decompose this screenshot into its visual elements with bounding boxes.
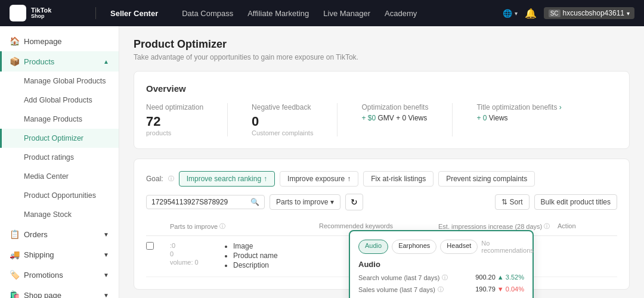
sidebar-item-homepage[interactable]: 🏠 Homepage (0, 31, 119, 51)
col-header-check (146, 222, 170, 231)
sidebar-label-orders: Orders (24, 230, 48, 239)
bulk-edit-button[interactable]: Bulk edit product titles (534, 194, 617, 210)
search-vol-info-icon[interactable]: ⓘ (442, 274, 448, 282)
sidebar-item-products[interactable]: 📦 Products ▲ (0, 51, 119, 72)
sidebar-label-product-ratings: Product ratings (24, 153, 74, 162)
keyword-title: Audio (358, 260, 524, 269)
parts-info-icon[interactable]: ⓘ (219, 222, 225, 231)
optimization-benefits-metric: Optimization benefits + $0 GMV + 0 Views (361, 103, 428, 136)
title-opt-views: + 0 (476, 114, 487, 122)
home-icon: 🏠 (10, 36, 19, 46)
sidebar-label-shipping: Shipping (24, 250, 54, 259)
sidebar-label-products: Products (24, 57, 54, 66)
title-opt-link[interactable]: › (559, 103, 562, 111)
shipping-chevron-icon: ▼ (103, 252, 109, 258)
app-layout: 🏠 Homepage 📦 Products ▲ Manage Global Pr… (0, 26, 644, 298)
sidebar-label-homepage: Homepage (24, 37, 62, 46)
negative-feedback-label: Negative feedback (252, 103, 313, 111)
nav-academy[interactable]: Academy (385, 9, 417, 18)
products-submenu: Manage Global Products Add Global Produc… (0, 72, 119, 224)
sales-volume-label: Sales volume (last 7 days) ⓘ (358, 285, 444, 294)
overview-divider-2 (337, 103, 338, 136)
optimization-benefits-gmv-label: GMV (377, 114, 394, 122)
sidebar-label-promotions: Promotions (24, 271, 63, 280)
shipping-icon: 🚚 (10, 250, 19, 259)
sidebar-label-media-center: Media Center (24, 172, 69, 181)
parts-to-improve-select[interactable]: Parts to improve ▾ (270, 194, 340, 210)
impressions-info-icon[interactable]: ⓘ (544, 222, 550, 231)
col-header-impressions: Est. impressions increase (28 days) ⓘ (438, 222, 558, 231)
kw-tag-headset[interactable]: Headset (440, 240, 478, 254)
negative-feedback-value: 0 (252, 114, 313, 129)
sort-label: Sort (510, 198, 523, 206)
orders-icon: 📋 (10, 229, 19, 239)
goal-info-icon[interactable]: ⓘ (168, 175, 174, 183)
row-checkbox[interactable] (146, 242, 154, 250)
sort-button[interactable]: ⇅ Sort (495, 194, 530, 210)
goal-label: Goal: (146, 175, 163, 183)
sidebar-item-product-opportunities[interactable]: Product Opportunities (0, 186, 119, 205)
nav-affiliate-marketing[interactable]: Affiliate Marketing (247, 9, 309, 18)
row-parts-cell: Image Product name Description (224, 242, 319, 271)
search-volume-row: Search volume (last 7 days) ⓘ 900.20 ▲ 3… (358, 274, 524, 282)
sidebar-label-product-optimizer: Product Optimizer (24, 134, 83, 142)
col-header-action: Action (558, 222, 617, 231)
main-content: Product Optimizer Take advantage of your… (119, 26, 644, 298)
kw-tag-earphones[interactable]: Earphones (392, 240, 436, 254)
search-box[interactable]: 🔍 (146, 195, 265, 209)
page-title: Product Optimizer (134, 38, 630, 51)
parts-list: Image Product name Description (224, 242, 319, 269)
sidebar-label-manage-products: Manage Products (24, 115, 82, 123)
kw-tag-audio[interactable]: Audio (358, 240, 388, 254)
page-subtitle: Take advantage of your opportunities to … (134, 53, 630, 61)
goal-tab-prevent-sizing-label: Prevent sizing complaints (446, 175, 527, 183)
tiktok-logo-icon (10, 5, 26, 21)
seller-center-label: Seller Center (110, 9, 158, 18)
need-optimization-value: 72 (146, 114, 203, 129)
sidebar: 🏠 Homepage 📦 Products ▲ Manage Global Pr… (0, 26, 119, 298)
sidebar-item-manage-products[interactable]: Manage Products (0, 110, 119, 129)
part-item-description: Description (233, 261, 319, 269)
goal-tab-fix-at-risk[interactable]: Fix at-risk listings (363, 171, 434, 187)
title-opt-views-label: Views (489, 114, 508, 122)
sidebar-item-add-global-products[interactable]: Add Global Products (0, 91, 119, 110)
sidebar-label-manage-global-products: Manage Global Products (24, 77, 106, 85)
need-optimization-metric: Need optimization 72 products (146, 103, 203, 136)
table-row-wrap: :0 0 volume: 0 Image Product name Descri… (146, 236, 617, 277)
sidebar-item-manage-global-products[interactable]: Manage Global Products (0, 72, 119, 91)
nav-links: Data Compass Affiliate Marketing Live Ma… (182, 9, 417, 18)
no-recommendations-text: No recommendations (481, 240, 533, 254)
sidebar-item-orders[interactable]: 📋 Orders ▼ (0, 224, 119, 244)
logo[interactable]: TikTok Shop (10, 5, 81, 21)
sidebar-item-manage-stock[interactable]: Manage Stock (0, 205, 119, 224)
col-header-product-label: Parts to improve ⓘ (170, 222, 319, 231)
top-nav-right: 🌐 ▾ 🔔 SC hxcuscbshop43611 ▾ (503, 7, 634, 19)
sidebar-item-shop-page[interactable]: 🛍️ Shop page ▼ (0, 285, 119, 298)
goal-tab-prevent-sizing[interactable]: Prevent sizing complaints (438, 171, 535, 187)
goal-tabs-row: Goal: ⓘ Improve search ranking ↑ Improve… (146, 171, 617, 187)
notification-bell-icon[interactable]: 🔔 (525, 8, 537, 19)
shop-page-chevron-icon: ▼ (103, 292, 109, 299)
promotions-chevron-icon: ▼ (103, 272, 109, 278)
sidebar-item-media-center[interactable]: Media Center (0, 167, 119, 186)
language-selector[interactable]: 🌐 ▾ (503, 9, 518, 18)
user-account-badge[interactable]: SC hxcuscbshop43611 ▾ (544, 7, 634, 19)
sales-vol-change: ▼ 0.04% (497, 285, 524, 293)
sidebar-item-product-optimizer[interactable]: Product Optimizer (0, 129, 119, 148)
sales-volume-row: Sales volume (last 7 days) ⓘ 190.79 ▼ 0.… (358, 285, 524, 294)
overview-row: Need optimization 72 products Negative f… (146, 103, 617, 136)
sidebar-item-promotions[interactable]: 🏷️ Promotions ▼ (0, 265, 119, 285)
sales-vol-info-icon[interactable]: ⓘ (438, 285, 444, 294)
product-id-prefix: :0 (170, 242, 175, 249)
sidebar-item-product-ratings[interactable]: Product ratings (0, 148, 119, 167)
nav-data-compass[interactable]: Data Compass (182, 9, 233, 18)
nav-live-manager[interactable]: Live Manager (323, 9, 370, 18)
search-input[interactable] (151, 198, 247, 206)
sidebar-item-shipping[interactable]: 🚚 Shipping ▼ (0, 244, 119, 265)
title-opt-label: Title optimization benefits › (476, 103, 561, 111)
refresh-button[interactable]: ↻ (345, 194, 363, 210)
user-name-label: hxcuscbshop43611 (563, 9, 624, 17)
top-navigation: TikTok Shop Seller Center Data Compass A… (0, 0, 644, 26)
goal-tab-improve-exposure[interactable]: Improve exposure ↑ (280, 171, 358, 187)
goal-tab-search-ranking[interactable]: Improve search ranking ↑ (179, 171, 275, 187)
